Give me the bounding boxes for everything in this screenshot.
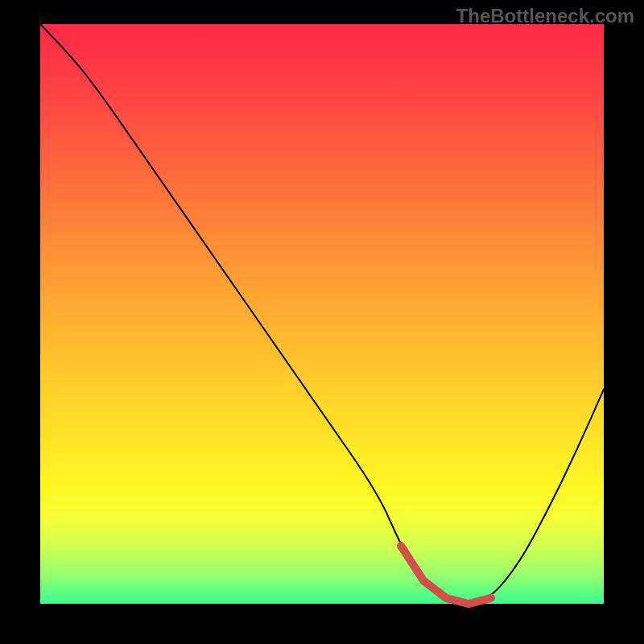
watermark-text: TheBottleneck.com bbox=[456, 5, 634, 27]
chart-curve bbox=[40, 24, 604, 604]
minimum-highlight bbox=[401, 546, 491, 604]
bottleneck-curve bbox=[40, 24, 604, 602]
chart-plot-area bbox=[40, 24, 604, 604]
